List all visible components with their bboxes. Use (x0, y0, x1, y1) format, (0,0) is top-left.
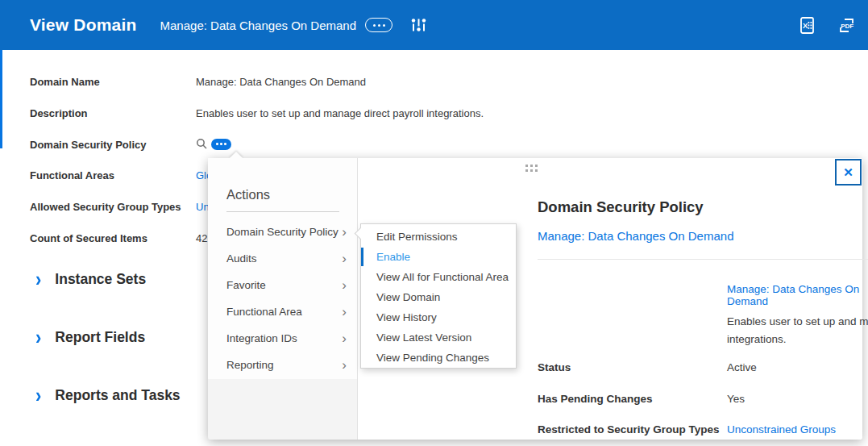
menu-item-label: Domain Security Policy (226, 226, 338, 238)
page-title: View Domain (30, 15, 137, 35)
popup-caret-icon (229, 152, 243, 159)
scroll-indicator (0, 50, 2, 148)
submenu-item-view-pending-changes[interactable]: View Pending Changes (361, 348, 516, 368)
field-value: Manage: Data Changes On Demand (196, 76, 366, 88)
actions-menu-divider (226, 211, 339, 212)
submenu-item-label: View All for Functional Area (376, 271, 509, 283)
header-toolbar: X PDF (798, 0, 856, 50)
dialog-field-row-status: Status Active (538, 361, 757, 373)
menu-item-integration-ids[interactable]: Integration IDs › (226, 325, 347, 352)
menu-item-label: Reporting (226, 359, 274, 371)
top-header-bar: View Domain Manage: Data Changes On Dema… (0, 0, 868, 50)
menu-item-label: Audits (226, 252, 257, 265)
svg-text:PDF: PDF (841, 22, 853, 29)
field-value: 42 (196, 232, 207, 244)
unconstrained-groups-link[interactable]: Unconstrained Groups (727, 423, 836, 436)
submenu-item-label: View History (376, 311, 437, 323)
chevron-right-icon: › (35, 329, 41, 346)
menu-item-functional-area[interactable]: Functional Area › (226, 298, 347, 325)
section-title: Instance Sets (55, 271, 146, 288)
submenu-item-label: Enable (376, 251, 410, 263)
svg-text:X: X (803, 21, 808, 30)
field-row-domain-security-policy: Domain Security Policy (30, 137, 231, 151)
menu-item-reporting[interactable]: Reporting › (226, 352, 347, 378)
chevron-right-icon: › (342, 225, 347, 239)
related-actions-popup: Domain Security Policy X PDF Manage: Dat… (208, 158, 862, 440)
menu-item-domain-security-policy[interactable]: Domain Security Policy › (226, 219, 347, 245)
dialog-field-value: Active (727, 361, 757, 373)
submenu-item-view-latest-version[interactable]: View Latest Version (361, 327, 516, 348)
close-button[interactable]: ✕ (835, 159, 862, 185)
section-report-fields[interactable]: › Report Fields (35, 329, 145, 346)
dialog-field-row: Manage: Data Changes On Demand (538, 283, 862, 307)
dialog-divider (538, 259, 868, 260)
dialog-field-value: Yes (727, 393, 745, 405)
field-label: Count of Secured Items (30, 232, 196, 244)
field-row-count-of-secured-items: Count of Secured Items 42 (30, 232, 207, 244)
field-row-functional-areas: Functional Areas Glo (30, 169, 212, 181)
submenu-item-enable[interactable]: Enable (361, 247, 516, 267)
field-row-allowed-security-group-types: Allowed Security Group Types Un (30, 201, 210, 213)
active-item-bar (361, 248, 363, 266)
dialog-field-row: Enables user to set up and manage direct… (538, 313, 868, 348)
field-row-domain-name: Domain Name Manage: Data Changes On Dema… (30, 76, 366, 88)
submenu-item-label: View Pending Changes (376, 352, 489, 364)
related-actions-pill-icon[interactable] (211, 139, 231, 150)
dialog-field-label: Has Pending Changes (538, 393, 727, 405)
submenu-item-view-all-for-functional-area[interactable]: View All for Functional Area (361, 267, 516, 287)
dialog-object-link[interactable]: Manage: Data Changes On Demand (538, 229, 733, 243)
field-value: Enables user to set up and manage direct… (196, 107, 484, 119)
field-label: Domain Name (30, 76, 196, 88)
dialog-field-row-restricted-groups: Restricted to Security Group Types Uncon… (538, 423, 836, 436)
chevron-right-icon: › (342, 331, 347, 345)
menu-item-audits[interactable]: Audits › (226, 245, 347, 272)
submenu-item-label: View Latest Version (376, 331, 471, 344)
dialog-title: Domain Security Policy (538, 198, 704, 216)
header-object-title: Manage: Data Changes On Demand (160, 19, 356, 32)
field-label: Domain Security Policy (30, 137, 196, 151)
ellipsis-icon[interactable] (365, 18, 392, 32)
menu-item-label: Favorite (226, 279, 266, 291)
dialog-field-label (538, 313, 727, 348)
chevron-right-icon: › (35, 271, 41, 288)
field-label: Description (30, 107, 196, 119)
dialog-field-label: Status (538, 361, 727, 373)
dialog-field-value: Enables user to set up and manage direct… (727, 313, 868, 348)
pdf-icon[interactable]: PDF (837, 16, 856, 35)
field-label: Allowed Security Group Types (30, 201, 196, 213)
domain-security-policy-submenu: Edit Permissions Enable View All for Fun… (360, 223, 517, 369)
view-domain-screen: View Domain Manage: Data Changes On Dema… (0, 0, 868, 446)
section-reports-and-tasks[interactable]: › Reports and Tasks (35, 387, 181, 404)
drag-handle-icon[interactable] (525, 165, 538, 172)
chevron-right-icon: › (35, 387, 41, 404)
submenu-item-view-domain[interactable]: View Domain (361, 287, 516, 307)
menu-item-label: Functional Area (226, 306, 302, 318)
chevron-right-icon: › (342, 358, 347, 372)
submenu-item-view-history[interactable]: View History (361, 307, 516, 327)
chevron-right-icon: › (342, 278, 347, 292)
excel-export-icon[interactable]: X (798, 16, 816, 35)
dialog-field-label (538, 283, 727, 307)
menu-item-favorite[interactable]: Favorite › (226, 272, 347, 298)
domain-link[interactable]: Manage: Data Changes On Demand (727, 283, 862, 307)
chevron-right-icon: › (342, 252, 347, 265)
submenu-item-label: View Domain (376, 291, 440, 303)
submenu-item-edit-permissions[interactable]: Edit Permissions (361, 227, 516, 247)
dialog-field-label: Restricted to Security Group Types (538, 423, 727, 436)
search-icon[interactable] (196, 138, 208, 150)
chevron-right-icon: › (342, 305, 347, 319)
related-actions-icon[interactable] (411, 17, 426, 34)
actions-menu: Actions Domain Security Policy › Audits … (208, 158, 357, 379)
section-title: Report Fields (55, 329, 145, 346)
section-title: Reports and Tasks (55, 387, 180, 404)
submenu-item-label: Edit Permissions (376, 231, 458, 243)
field-label: Functional Areas (30, 169, 196, 181)
field-row-description: Description Enables user to set up and m… (30, 107, 484, 119)
actions-menu-title: Actions (226, 187, 270, 202)
section-instance-sets[interactable]: › Instance Sets (35, 271, 146, 288)
popup-column-divider (357, 158, 358, 440)
menu-item-label: Integration IDs (226, 332, 297, 344)
dialog-field-row-has-pending-changes: Has Pending Changes Yes (538, 393, 745, 405)
